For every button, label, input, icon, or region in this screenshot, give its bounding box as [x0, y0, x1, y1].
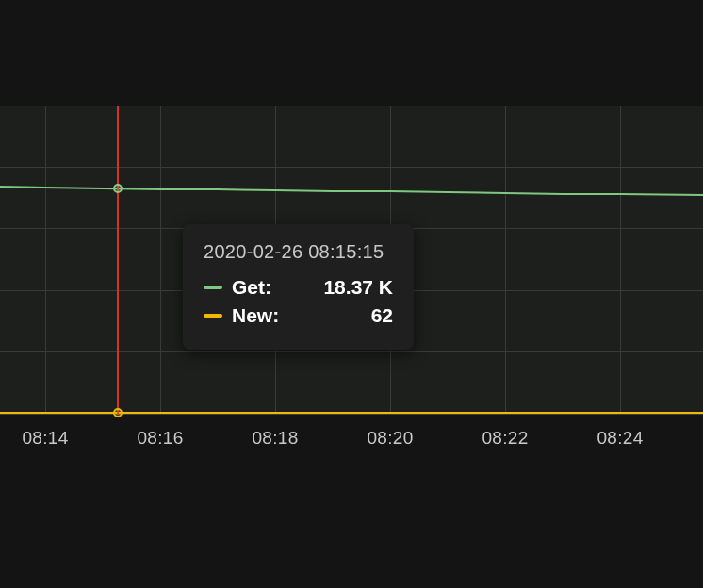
marker-new — [113, 408, 123, 417]
tooltip-label: Get: — [232, 276, 290, 299]
chart-tooltip: 2020-02-26 08:15:15 Get: 18.37 K New: 62 — [183, 224, 414, 350]
x-tick-label: 08:18 — [252, 428, 298, 449]
gridline-vertical — [160, 106, 161, 415]
x-tick-label: 08:22 — [482, 428, 528, 449]
tooltip-value: 62 — [290, 304, 393, 327]
x-tick-label: 08:14 — [22, 428, 68, 449]
tooltip-row-new: New: 62 — [204, 304, 393, 327]
gridline-vertical — [45, 106, 46, 415]
chart-panel[interactable]: 08:14 08:16 08:18 08:20 08:22 08:24 2020… — [0, 0, 703, 588]
legend-swatch-new — [204, 314, 222, 318]
gridline-horizontal — [0, 106, 703, 106]
legend-swatch-get — [204, 286, 222, 289]
gridline-vertical — [620, 106, 621, 415]
crosshair-line — [117, 106, 119, 415]
tooltip-label: New: — [232, 304, 290, 327]
x-tick-label: 08:16 — [137, 428, 183, 449]
marker-get — [113, 184, 123, 193]
x-tick-label: 08:24 — [597, 428, 643, 449]
gridline-horizontal — [0, 167, 703, 168]
gridline-horizontal — [0, 414, 703, 415]
gridline-vertical — [505, 106, 506, 415]
x-tick-label: 08:20 — [367, 428, 413, 449]
gridline-horizontal — [0, 351, 703, 352]
tooltip-timestamp: 2020-02-26 08:15:15 — [204, 241, 393, 263]
tooltip-value: 18.37 K — [290, 276, 393, 299]
tooltip-row-get: Get: 18.37 K — [204, 276, 393, 299]
